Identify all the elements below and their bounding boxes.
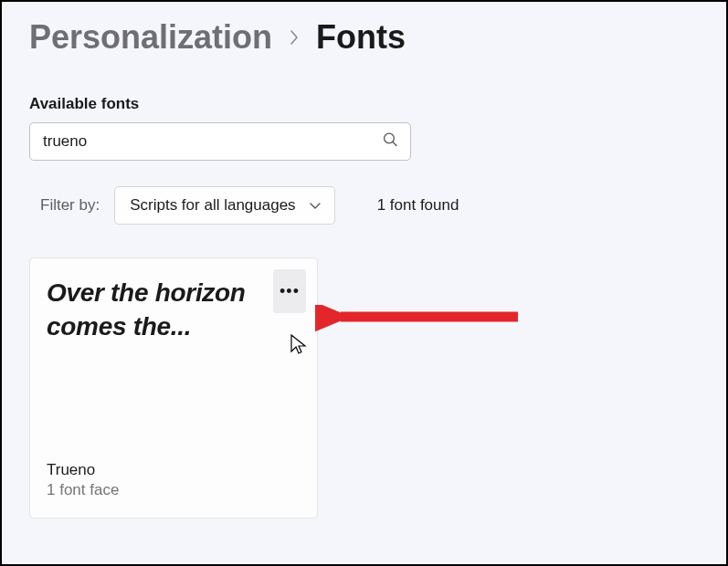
chevron-right-icon [289, 29, 300, 50]
breadcrumb-parent[interactable]: Personalization [29, 18, 272, 57]
result-count: 1 font found [377, 196, 459, 215]
breadcrumb: Personalization Fonts [29, 18, 699, 57]
font-card[interactable]: ••• Over the horizon comes the... Trueno… [29, 257, 318, 519]
annotation-arrow-icon [315, 305, 523, 341]
filter-row: Filter by: Scripts for all languages 1 f… [40, 186, 699, 225]
chevron-down-icon [309, 196, 322, 215]
font-name: Trueno [47, 461, 119, 479]
more-icon: ••• [280, 283, 300, 299]
more-options-button[interactable]: ••• [273, 269, 306, 313]
filter-label: Filter by: [40, 196, 100, 215]
search-container [29, 122, 411, 161]
section-label: Available fonts [29, 95, 699, 113]
font-face-count: 1 font face [47, 481, 119, 499]
font-meta: Trueno 1 font face [47, 461, 119, 499]
filter-selected-value: Scripts for all languages [130, 196, 295, 215]
font-preview-text: Over the horizon comes the... [47, 277, 301, 344]
search-input[interactable] [29, 122, 411, 161]
page-title: Fonts [316, 18, 406, 57]
filter-select[interactable]: Scripts for all languages [114, 186, 334, 225]
